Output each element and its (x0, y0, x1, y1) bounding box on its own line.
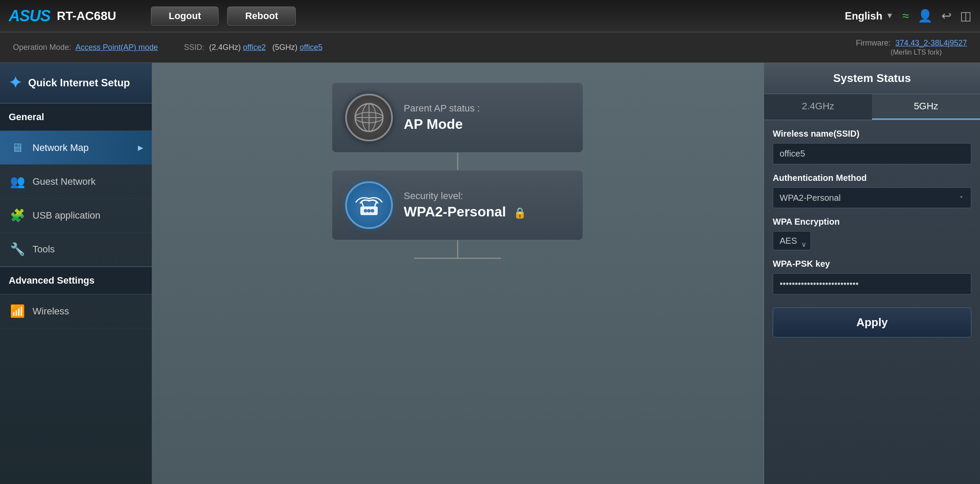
tab-5g[interactable]: 5GHz (872, 94, 980, 120)
header-right: English ▼ ≈ 👤 ↩ ◫ (845, 9, 971, 23)
parent-ap-title: AP Mode (404, 116, 570, 132)
wireless-label: Wireless (33, 306, 69, 317)
usb-application-label: USB application (33, 210, 101, 221)
lock-icon: 🔒 (513, 207, 526, 219)
advanced-settings-section-header: Advanced Settings (0, 266, 152, 294)
connector-line-top (457, 153, 458, 170)
router-icon-container (345, 181, 393, 229)
connector-line-bottom (457, 240, 458, 258)
ssid-field-label: Wireless name(SSID) (773, 129, 971, 139)
ssid-info: SSID: (2.4GHz) office2 (5GHz) office5 (184, 43, 323, 52)
firmware-info: Firmware: 374.43_2-38L4j9527 (Merlin LTS… (856, 39, 967, 57)
info-bar: Operation Mode: Access Point(AP) mode SS… (0, 33, 980, 63)
status-form: Wireless name(SSID) Authentication Metho… (764, 120, 980, 346)
parent-ap-subtitle: Parent AP status : (404, 103, 570, 114)
ssid-2g-label: (2.4GHz) (209, 43, 241, 52)
share-icon: ↩ (941, 9, 951, 23)
wpa-encryption-select[interactable]: AES (773, 231, 811, 250)
wifi-status-icon: ≈ (902, 9, 909, 23)
tools-label: Tools (33, 244, 55, 255)
header: ASUS RT-AC68U Logout Reboot English ▼ ≈ … (0, 0, 980, 33)
router-icon (354, 190, 384, 220)
svg-line-9 (362, 202, 363, 206)
security-text: Security level: WPA2-Personal 🔒 (404, 190, 570, 220)
wpa-psk-label: WPA-PSK key (773, 259, 971, 269)
operation-mode-link[interactable]: Access Point(AP) mode (75, 43, 158, 52)
network-map-label: Network Map (33, 142, 89, 154)
sidebar: ✦ Quick Internet Setup General 🖥 Network… (0, 63, 152, 484)
user-icon: 👤 (918, 9, 933, 23)
ssid-label: SSID: (184, 43, 204, 52)
connector-top (457, 153, 458, 170)
reboot-button[interactable]: Reboot (227, 7, 296, 26)
language-label: English (845, 10, 882, 22)
svg-line-10 (375, 202, 376, 206)
ssid-2g-link[interactable]: office2 (243, 43, 266, 52)
advanced-settings-label: Advanced Settings (9, 275, 95, 286)
ssid-5g-link[interactable]: office5 (300, 43, 323, 52)
ssid-input[interactable] (773, 143, 971, 164)
auth-method-label: Authentication Method (773, 173, 971, 183)
sidebar-item-usb-application[interactable]: 🧩 USB application (0, 199, 152, 232)
asus-logo-text: ASUS (9, 7, 50, 25)
firmware-label: Firmware: (856, 39, 891, 47)
status-icons: ≈ 👤 ↩ ◫ (902, 9, 971, 23)
network-map-icon: 🖥 (9, 141, 26, 155)
security-card: Security level: WPA2-Personal 🔒 (332, 170, 583, 240)
quick-setup-icon: ✦ (9, 74, 22, 92)
content-area: Parent AP status : AP Mode (152, 63, 763, 484)
parent-ap-card: Parent AP status : AP Mode (332, 82, 583, 153)
general-label: General (9, 111, 44, 122)
router-model: RT-AC68U (57, 9, 116, 23)
sidebar-item-guest-network[interactable]: 👥 Guest Network (0, 165, 152, 199)
sidebar-item-network-map[interactable]: 🖥 Network Map (0, 131, 152, 165)
brand-logo: ASUS RT-AC68U (9, 7, 116, 25)
guest-network-label: Guest Network (33, 176, 96, 187)
firmware-link[interactable]: 374.43_2-38L4j9527 (895, 39, 967, 47)
system-status-title: System Status (764, 63, 980, 94)
globe-icon (354, 102, 384, 133)
general-section-header: General (0, 104, 152, 131)
svg-point-6 (364, 209, 367, 213)
operation-mode-info: Operation Mode: Access Point(AP) mode (13, 43, 158, 52)
tab-2g[interactable]: 2.4GHz (764, 94, 872, 120)
chevron-down-icon: ▼ (886, 11, 894, 20)
globe-icon-container (345, 94, 393, 141)
apply-button[interactable]: Apply (773, 307, 971, 337)
tools-icon: 🔧 (9, 242, 26, 256)
logout-button[interactable]: Logout (151, 7, 219, 26)
language-selector[interactable]: English ▼ (845, 10, 894, 22)
security-subtitle: Security level: (404, 190, 570, 202)
guest-network-icon: 👥 (9, 174, 26, 189)
svg-point-7 (367, 209, 371, 213)
header-buttons: Logout Reboot (151, 7, 296, 26)
system-status-panel: System Status 2.4GHz 5GHz Wireless name(… (763, 63, 980, 484)
network-map-view: Parent AP status : AP Mode (163, 74, 752, 268)
parent-ap-text: Parent AP status : AP Mode (404, 103, 570, 132)
wpa-encryption-wrapper: AES (773, 231, 811, 259)
sidebar-item-tools[interactable]: 🔧 Tools (0, 232, 152, 266)
ssid-5g-label: (5GHz) (272, 43, 297, 52)
wpa-psk-input[interactable] (773, 273, 971, 294)
auth-method-select[interactable]: WPA2-Personal (773, 187, 971, 208)
wpa-encryption-label: WPA Encryption (773, 217, 971, 227)
sidebar-item-wireless[interactable]: 📶 Wireless (0, 294, 152, 328)
firmware-note: (Merlin LTS fork) (891, 49, 942, 56)
frequency-tabs: 2.4GHz 5GHz (764, 94, 980, 120)
connector-bottom (414, 240, 501, 259)
quick-setup-label: Quick Internet Setup (28, 77, 130, 89)
main-layout: ✦ Quick Internet Setup General 🖥 Network… (0, 63, 980, 484)
svg-point-8 (371, 209, 374, 213)
operation-mode-label: Operation Mode: (13, 43, 71, 52)
storage-icon: ◫ (960, 9, 971, 23)
wireless-icon: 📶 (9, 304, 26, 318)
usb-application-icon: 🧩 (9, 208, 26, 222)
security-title: WPA2-Personal 🔒 (404, 204, 570, 220)
sidebar-item-quick-setup[interactable]: ✦ Quick Internet Setup (0, 63, 152, 104)
